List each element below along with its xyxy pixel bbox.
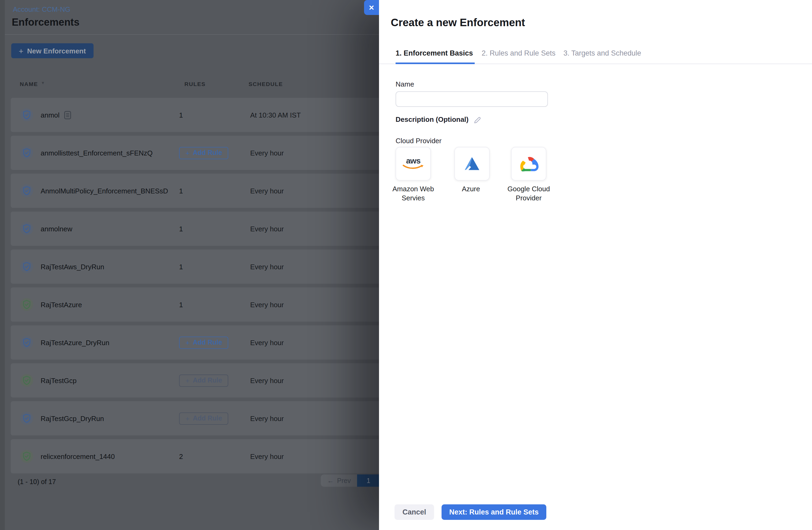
schedule-text: Every hour xyxy=(250,325,284,359)
schedule-text: Every hour xyxy=(250,439,284,473)
table-row[interactable]: RajTestGcp_DryRun + Add Rule Every hour xyxy=(11,401,406,436)
table-row[interactable]: RajTestAzure_DryRun + Add Rule Every hou… xyxy=(11,325,406,359)
provider-label-gcp: Google Cloud Provider xyxy=(499,184,558,203)
aws-logo-icon: aws xyxy=(403,157,424,171)
nav-rail xyxy=(0,0,5,530)
add-rule-button[interactable]: + Add Rule xyxy=(179,147,229,159)
enforcement-table: anmol 1 At 10:30 AM IST anmollisttest_En… xyxy=(11,98,406,473)
tab-rules-and-rule-sets[interactable]: 2. Rules and Rule Sets xyxy=(482,49,555,57)
enforcement-name[interactable]: RajTestAws_DryRun xyxy=(41,263,104,270)
table-row[interactable]: anmollisttest_Enforcement_sFENzQ + Add R… xyxy=(11,136,406,170)
pagination-range: (1 - 10) of 17 xyxy=(18,478,56,486)
schedule-text: Every hour xyxy=(250,174,284,208)
wizard-tabs: 1. Enforcement Basics 2. Rules and Rule … xyxy=(379,46,812,64)
page-1-button[interactable]: 1 xyxy=(357,474,379,487)
table-header-row: NAME ▾ RULES SCHEDULE xyxy=(11,79,406,90)
table-row[interactable]: anmolnew 1 Every hour xyxy=(11,211,406,246)
table-row[interactable]: RajTestGcp + Add Rule Every hour xyxy=(11,363,406,398)
table-row[interactable]: anmol 1 At 10:30 AM IST xyxy=(11,98,406,132)
provider-label-azure: Azure xyxy=(441,184,501,193)
arrow-left-icon: ← xyxy=(327,477,334,484)
enforcement-name[interactable]: anmol xyxy=(41,111,60,119)
enforcement-name[interactable]: relicxenforcement_1440 xyxy=(41,452,115,460)
new-enforcement-button-label: New Enforcement xyxy=(27,47,86,55)
enforcement-name[interactable]: anmolnew xyxy=(41,225,72,233)
prev-page-button[interactable]: ← Prev xyxy=(321,474,357,487)
azure-logo-icon xyxy=(463,157,481,171)
add-rule-label: Add Rule xyxy=(193,377,222,384)
prev-label: Prev xyxy=(337,477,351,484)
aws-logo-text: aws xyxy=(406,157,420,164)
tab-targets-and-schedule[interactable]: 3. Targets and Schedule xyxy=(563,49,641,57)
next-button[interactable]: Next: Rules and Rule Sets xyxy=(441,504,546,520)
name-input[interactable] xyxy=(395,91,548,107)
tab-enforcement-basics[interactable]: 1. Enforcement Basics xyxy=(395,49,473,57)
column-header-rules: RULES xyxy=(185,81,205,87)
column-header-name[interactable]: NAME xyxy=(20,81,38,87)
plus-icon: + xyxy=(19,46,24,55)
plus-icon: + xyxy=(186,149,189,157)
shield-check-icon xyxy=(20,336,33,349)
shield-check-icon xyxy=(20,146,33,159)
cloud-provider-label: Cloud Provider xyxy=(395,137,441,145)
enforcement-name[interactable]: RajTestGcp xyxy=(41,377,76,384)
enforcement-name[interactable]: AnmolMultiPolicy_Enforcement_BNESsD xyxy=(41,187,168,195)
screen: Account: CCM-NG Enforcements + New Enfor… xyxy=(0,0,812,530)
provider-label-aws: Amazon Web Servies xyxy=(384,184,443,203)
new-enforcement-button[interactable]: + New Enforcement xyxy=(11,43,93,58)
shield-check-icon xyxy=(20,222,33,235)
enforcement-name[interactable]: RajTestGcp_DryRun xyxy=(41,414,104,422)
add-rule-button[interactable]: + Add Rule xyxy=(179,374,229,386)
schedule-text: Every hour xyxy=(250,211,284,246)
description-label: Description (Optional) xyxy=(395,115,468,123)
add-rule-button[interactable]: + Add Rule xyxy=(179,412,229,425)
shield-check-icon xyxy=(20,298,33,311)
shield-check-icon xyxy=(20,450,33,463)
create-enforcement-drawer: ✕ Create a new Enforcement 1. Enforcemen… xyxy=(379,0,812,530)
cancel-button[interactable]: Cancel xyxy=(394,504,434,520)
schedule-text: At 10:30 AM IST xyxy=(250,98,301,132)
plus-icon: + xyxy=(186,377,189,384)
rules-count: 1 xyxy=(179,98,183,132)
rules-count: 1 xyxy=(179,250,183,284)
rules-count: 2 xyxy=(179,439,183,473)
plus-icon: + xyxy=(186,414,189,422)
rules-count: 1 xyxy=(179,174,183,208)
sort-caret-icon[interactable]: ▾ xyxy=(42,80,45,86)
description-row: Description (Optional) xyxy=(395,115,481,123)
add-rule-label: Add Rule xyxy=(193,339,222,346)
table-row[interactable]: RajTestAws_DryRun 1 Every hour xyxy=(11,250,406,284)
table-row[interactable]: AnmolMultiPolicy_Enforcement_BNESsD 1 Ev… xyxy=(11,174,406,208)
schedule-text: Every hour xyxy=(250,363,284,398)
rules-count: 1 xyxy=(179,211,183,246)
rules-count: 1 xyxy=(179,288,183,322)
provider-card-aws[interactable]: aws xyxy=(395,147,431,180)
enforcement-name[interactable]: RajTestAzure xyxy=(41,300,82,309)
active-tab-underline xyxy=(395,62,475,64)
name-label: Name xyxy=(395,80,414,88)
provider-card-gcp[interactable] xyxy=(511,147,546,180)
table-row[interactable]: RajTestAzure 1 Every hour xyxy=(11,288,406,322)
close-icon[interactable]: ✕ xyxy=(364,0,379,15)
page-title: Enforcements xyxy=(12,17,79,28)
column-header-schedule: SCHEDULE xyxy=(249,81,283,87)
shield-check-icon xyxy=(20,108,33,121)
drawer-title: Create a new Enforcement xyxy=(391,17,525,29)
provider-card-azure[interactable] xyxy=(454,147,490,180)
enforcement-name[interactable]: RajTestAzure_DryRun xyxy=(41,338,109,347)
description-tooltip-icon[interactable] xyxy=(64,110,72,119)
enforcement-name[interactable]: anmollisttest_Enforcement_sFENzQ xyxy=(41,149,153,157)
shield-check-icon xyxy=(20,260,33,273)
schedule-text: Every hour xyxy=(250,250,284,284)
shield-check-icon xyxy=(20,412,33,425)
schedule-text: Every hour xyxy=(250,136,284,170)
breadcrumb-account-link[interactable]: Account: CCM-NG xyxy=(13,5,70,13)
schedule-text: Every hour xyxy=(250,288,284,322)
add-rule-label: Add Rule xyxy=(193,415,222,422)
edit-pencil-icon[interactable] xyxy=(473,115,481,123)
shield-check-icon xyxy=(20,374,33,387)
table-row[interactable]: relicxenforcement_1440 2 Every hour xyxy=(11,439,406,473)
schedule-text: Every hour xyxy=(250,401,284,436)
aws-smile-arrow xyxy=(403,164,424,171)
add-rule-button[interactable]: + Add Rule xyxy=(179,336,229,349)
